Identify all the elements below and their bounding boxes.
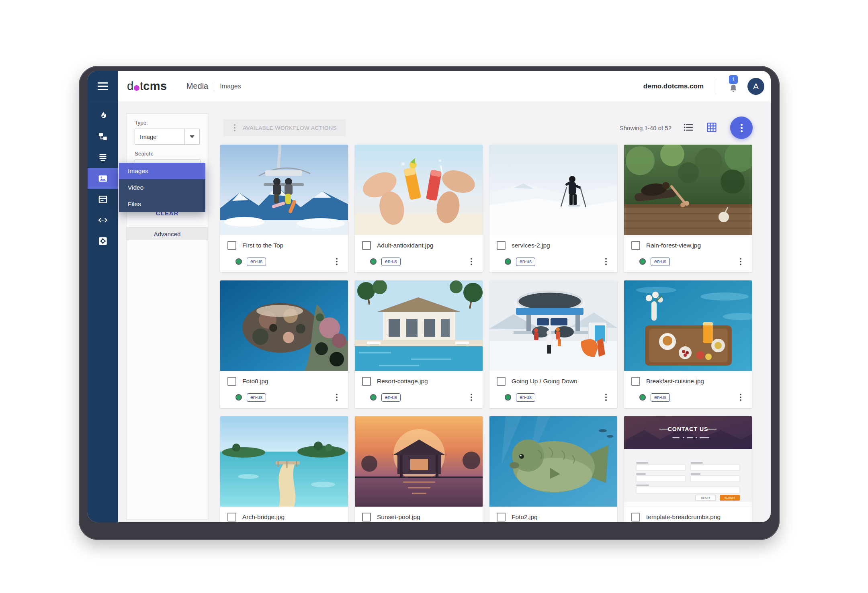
grid-view-button[interactable]: [705, 121, 718, 135]
select-checkbox[interactable]: [631, 377, 640, 386]
breadcrumb-section: Media: [186, 82, 208, 91]
logo-text-d: d: [127, 80, 133, 93]
notifications-button[interactable]: 1: [727, 78, 740, 95]
thumbnail-sunset-pool[interactable]: [355, 416, 483, 507]
file-title: Foto2.jpg: [512, 513, 538, 521]
site-browser-icon: [98, 131, 108, 142]
select-checkbox[interactable]: [497, 377, 506, 386]
advanced-section-toggle[interactable]: Advanced: [127, 227, 208, 240]
published-status-dot: [370, 258, 377, 265]
card-menu-button[interactable]: [604, 392, 608, 403]
list-view-button[interactable]: [682, 121, 695, 135]
user-avatar[interactable]: A: [747, 78, 764, 95]
media-card: CONTACT USRESETSUBMIT template-breadcrum…: [624, 416, 752, 522]
thumbnail-ski-station[interactable]: [489, 280, 617, 371]
flame-icon: [98, 110, 108, 121]
thumbnail-resort-cottage[interactable]: [355, 280, 483, 371]
type-dropdown-value: Image: [135, 129, 184, 144]
locale-badge: en-us: [381, 258, 401, 266]
thumbnail-skier[interactable]: [489, 145, 617, 235]
published-status-dot: [235, 394, 242, 401]
select-checkbox[interactable]: [227, 377, 236, 386]
calendar-icon: [98, 194, 108, 204]
file-title: Sunset-pool.jpg: [377, 513, 420, 521]
breadcrumb-divider: [214, 81, 214, 92]
locale-badge: en-us: [516, 393, 535, 402]
locale-badge: en-us: [247, 393, 266, 402]
sidebar-item-media[interactable]: [88, 168, 118, 189]
flyout-item-images[interactable]: Images: [119, 163, 205, 179]
workflow-actions-button[interactable]: AVAILABLE WORKFLOW ACTIONS: [223, 119, 346, 136]
toolbar-right-cluster: Showing 1-40 of 52: [620, 117, 753, 139]
kebab-icon: [739, 122, 744, 134]
published-status-dot: [505, 258, 511, 265]
locale-badge: en-us: [651, 393, 670, 402]
flyout-item-files[interactable]: Files: [119, 196, 205, 212]
kebab-icon: [232, 123, 237, 133]
thumbnail-cocktails[interactable]: [355, 145, 483, 235]
type-dropdown[interactable]: Image: [135, 129, 200, 145]
add-actions-fab[interactable]: [730, 117, 753, 139]
site-name: demo.dotcms.com: [643, 82, 704, 90]
sidebar-item-site-browser[interactable]: [88, 126, 118, 147]
menu-toggle-button[interactable]: [88, 71, 118, 102]
published-status-dot: [505, 394, 511, 401]
file-title: Adult-antioxidant.jpg: [377, 242, 433, 249]
card-menu-button[interactable]: [738, 256, 743, 267]
select-checkbox[interactable]: [227, 513, 236, 521]
card-menu-button[interactable]: [604, 256, 608, 267]
media-card: Resort-cottage.jpg en-us: [355, 280, 483, 408]
topbar-right-cluster: demo.dotcms.com 1 A: [643, 78, 764, 95]
sidebar-item-getting-started[interactable]: [88, 105, 118, 126]
select-checkbox[interactable]: [497, 513, 506, 521]
select-checkbox[interactable]: [362, 377, 371, 386]
thumbnail-breakfast[interactable]: [624, 280, 752, 371]
topbar-divider: [716, 79, 716, 94]
select-checkbox[interactable]: [227, 241, 236, 250]
select-checkbox[interactable]: [497, 241, 506, 250]
content-lines-icon: [98, 152, 108, 163]
select-checkbox[interactable]: [362, 241, 371, 250]
thumbnail-template-breadcrumbs[interactable]: CONTACT USRESETSUBMIT: [624, 416, 752, 507]
file-title: Breakfast-cuisine.jpg: [646, 378, 704, 385]
media-card: Foto8.jpg en-us: [220, 280, 348, 408]
published-status-dot: [639, 394, 646, 401]
template-heading-text: CONTACT US: [668, 426, 708, 432]
media-card: Foto2.jpg en-us: [489, 416, 617, 522]
card-menu-button[interactable]: [469, 256, 474, 267]
sidebar-item-calendar[interactable]: [88, 189, 118, 210]
logo-text-t: t: [140, 80, 143, 93]
sidebar-item-content[interactable]: [88, 147, 118, 168]
dropdown-arrow-button[interactable]: [184, 129, 199, 144]
thumbnail-arch-bridge[interactable]: [220, 416, 348, 507]
select-checkbox[interactable]: [631, 241, 640, 250]
card-menu-button[interactable]: [334, 392, 339, 403]
select-checkbox[interactable]: [631, 513, 640, 521]
thumbnail-chairlift[interactable]: [220, 145, 348, 235]
device-frame: d t cms Media Images demo.dotcms.com 1: [79, 66, 780, 540]
media-card: Adult-antioxidant.jpg en-us: [355, 145, 483, 272]
published-status-dot: [235, 258, 242, 265]
sidebar-item-system[interactable]: [88, 231, 118, 252]
template-submit-button-text: SUBMIT: [725, 497, 735, 499]
thumbnail-fish[interactable]: [489, 416, 617, 507]
workflow-actions-label: AVAILABLE WORKFLOW ACTIONS: [243, 125, 337, 131]
card-menu-button[interactable]: [334, 256, 339, 267]
file-title: Going Up / Going Down: [512, 378, 577, 385]
thumbnail-rainforest[interactable]: [624, 145, 752, 235]
card-menu-button[interactable]: [469, 392, 474, 403]
published-status-dot: [639, 258, 646, 265]
locale-badge: en-us: [381, 393, 401, 402]
sidebar-item-dev-tools[interactable]: [88, 210, 118, 231]
file-title: services-2.jpg: [512, 242, 550, 249]
card-menu-button[interactable]: [738, 392, 743, 403]
media-card: Arch-bridge.jpg en-us: [220, 416, 348, 522]
thumbnail-underwater-rock[interactable]: [220, 280, 348, 371]
avatar-initial: A: [753, 82, 759, 91]
main-nav-sidebar: [88, 71, 118, 522]
media-flyout-menu: Images Video Files: [119, 163, 205, 212]
locale-badge: en-us: [247, 258, 266, 266]
select-checkbox[interactable]: [362, 513, 371, 521]
flyout-item-video[interactable]: Video: [119, 179, 205, 196]
notification-badge: 1: [729, 75, 738, 84]
